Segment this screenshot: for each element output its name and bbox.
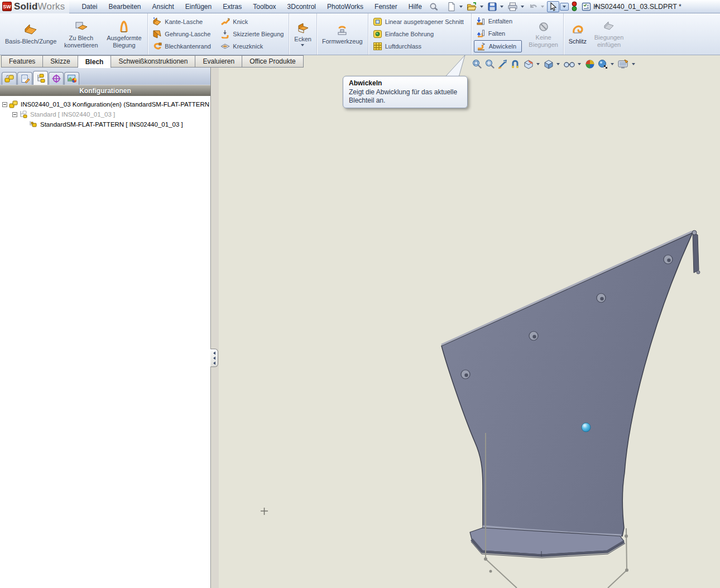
linear-schnitt-button[interactable]: Linear ausgetragener Schnitt (371, 16, 469, 27)
schlitz-icon (572, 24, 584, 36)
basis-blech-button[interactable]: Basis-Blech/Zunge (2, 22, 59, 46)
ausgeformte-biegung-button[interactable]: Ausgeformte Biegung (103, 19, 145, 49)
configuration-manager-icon[interactable] (33, 71, 48, 85)
apply-scene-icon[interactable] (584, 58, 596, 70)
heads-up-view-toolbar (471, 57, 637, 71)
derived-configuration-icon (29, 121, 38, 128)
schlitz-button[interactable]: Schlitz (566, 22, 589, 46)
menu-einfuegen[interactable]: Einfügen (180, 1, 217, 12)
panel-header: Konfigurationen (0, 85, 210, 96)
standard-toolbar (445, 1, 600, 12)
rotate-view-icon[interactable] (497, 58, 509, 70)
tree-row-flat-pattern[interactable]: StandardSM-FLAT-PATTERN [ INS02440_01_03… (2, 119, 210, 129)
feature-manager-icon[interactable] (2, 72, 17, 85)
options-icon[interactable] (580, 1, 593, 12)
configuration-icon (19, 110, 28, 118)
app-name: SolidWorks (14, 1, 65, 12)
document-title: INS02440_01_03.SLDPRT * (593, 3, 681, 11)
tree-row-configurations[interactable]: INS02440_01_03 Konfiguration(en) (Standa… (2, 99, 210, 109)
zu-blech-icon (74, 21, 88, 33)
menu-bearbeiten[interactable]: Bearbeiten (103, 1, 146, 12)
kreuzknick-icon (220, 42, 230, 51)
undo-icon[interactable] (527, 1, 539, 12)
dimxpert-icon[interactable] (49, 72, 64, 85)
edit-appearance-icon[interactable] (617, 58, 630, 70)
select-cursor-icon[interactable] (547, 1, 559, 12)
hole[interactable] (664, 255, 673, 264)
hide-show-items-icon[interactable] (563, 58, 576, 70)
panel-splitter[interactable] (212, 68, 219, 588)
menu-extras[interactable]: Extras (217, 1, 247, 12)
abwickeln-button[interactable]: Abwickeln (474, 40, 522, 52)
tab-evaluieren[interactable]: Evaluieren (195, 55, 242, 68)
menu-3dcontrol[interactable]: 3Dcontrol (282, 1, 321, 12)
hole[interactable] (529, 331, 538, 340)
graphics-viewport[interactable]: Abwickeln Zeigt die Abwicklung für das a… (219, 55, 720, 588)
pan-icon[interactable] (510, 58, 522, 70)
hole[interactable] (597, 293, 606, 302)
3d-scene (219, 55, 720, 588)
sheet-metal-toolbar: Basis-Blech/Zunge Zu Blech konvertieren … (0, 13, 720, 55)
sheet-metal-part-face[interactable] (441, 233, 693, 536)
tab-schweisskonstruktionen[interactable]: Schweißkonstruktionen (111, 55, 195, 68)
einfache-bohrung-button[interactable]: Einfache Bohrung (371, 28, 469, 40)
part-right-flange[interactable] (693, 233, 699, 273)
kreuzknick-button[interactable]: Kreuzknick (218, 41, 286, 52)
collapse-box-icon[interactable] (12, 112, 17, 117)
tree-row-standard[interactable]: Standard [ INS02440_01_03 ] (2, 109, 210, 119)
save-icon[interactable] (486, 1, 498, 12)
kante-lasche-button[interactable]: Kante-Lasche (150, 16, 216, 27)
zoom-fit-icon[interactable] (471, 58, 483, 70)
rebuild-traffic-light-icon[interactable] (569, 1, 579, 12)
property-manager-icon[interactable] (17, 72, 32, 85)
tooltip-title: Abwickeln (349, 79, 462, 87)
display-manager-icon[interactable] (64, 72, 79, 85)
tab-features[interactable]: Features (1, 55, 43, 68)
knick-button[interactable]: Knick (218, 16, 286, 27)
print-icon[interactable] (506, 1, 519, 12)
configuration-tree: INS02440_01_03 Konfiguration(en) (Standa… (0, 96, 210, 129)
collapse-arrow-icon (213, 351, 215, 355)
luftdurchlass-button[interactable]: Luftdurchlass (371, 41, 469, 52)
linear-schnitt-icon (373, 17, 382, 26)
entfalten-button[interactable]: Entfalten (474, 16, 522, 27)
panel-tab-strip (0, 68, 210, 85)
collapse-arrow-icon (213, 356, 215, 360)
group-fold: Entfalten Falten Abwickeln (472, 13, 524, 55)
zoom-area-icon[interactable] (484, 58, 496, 70)
gehrung-lasche-button[interactable]: Gehrung-Lasche (150, 28, 216, 40)
biegungen-einfuegen-button[interactable]: Biegungen einfügen (589, 20, 628, 49)
ecken-dropdown-icon[interactable] (301, 44, 304, 46)
command-manager-tabs: Features Skizze Blech Schweißkonstruktio… (0, 55, 304, 68)
realview-icon[interactable] (597, 58, 609, 70)
panel-collapse-handle[interactable] (210, 349, 218, 367)
section-view-icon[interactable] (522, 58, 535, 70)
skizzierte-biegung-button[interactable]: Skizzierte Biegung (218, 28, 286, 40)
tab-blech[interactable]: Blech (78, 55, 112, 68)
tab-office-produkte[interactable]: Office Produkte (242, 55, 304, 68)
tree-label: StandardSM-FLAT-PATTERN [ INS02440_01_03… (40, 121, 183, 128)
menu-photoworks[interactable]: PhotoWorks (321, 1, 369, 12)
menu-datei[interactable]: Datei (76, 1, 103, 12)
formwerkzeug-button[interactable]: Formwerkzeug (319, 22, 366, 46)
hole[interactable] (461, 370, 470, 379)
falten-button[interactable]: Falten (474, 28, 522, 39)
selected-vertex-ball[interactable] (582, 423, 591, 432)
tab-skizze[interactable]: Skizze (43, 55, 78, 68)
zu-blech-button[interactable]: Zu Blech konvertieren (59, 19, 103, 49)
basis-blech-icon (23, 24, 38, 36)
view-orientation-icon[interactable] (543, 58, 555, 70)
ecken-button[interactable]: Ecken (291, 21, 314, 47)
menu-hilfe[interactable]: Hilfe (403, 1, 428, 12)
open-icon[interactable] (465, 1, 478, 12)
blechkantenrand-button[interactable]: Blechkantenrand (150, 41, 216, 52)
menu-fenster[interactable]: Fenster (369, 1, 403, 12)
select-cursor-dropdown[interactable] (560, 3, 569, 11)
keine-biegungen-button[interactable]: Keine Biegungen (526, 20, 561, 49)
menu-ansicht[interactable]: Ansicht (146, 1, 179, 12)
formwerkzeug-icon (335, 24, 349, 36)
help-search-icon[interactable] (428, 1, 440, 12)
collapse-box-icon[interactable] (2, 102, 7, 107)
new-document-icon[interactable] (445, 1, 458, 12)
menu-toolbox[interactable]: Toolbox (247, 1, 281, 12)
